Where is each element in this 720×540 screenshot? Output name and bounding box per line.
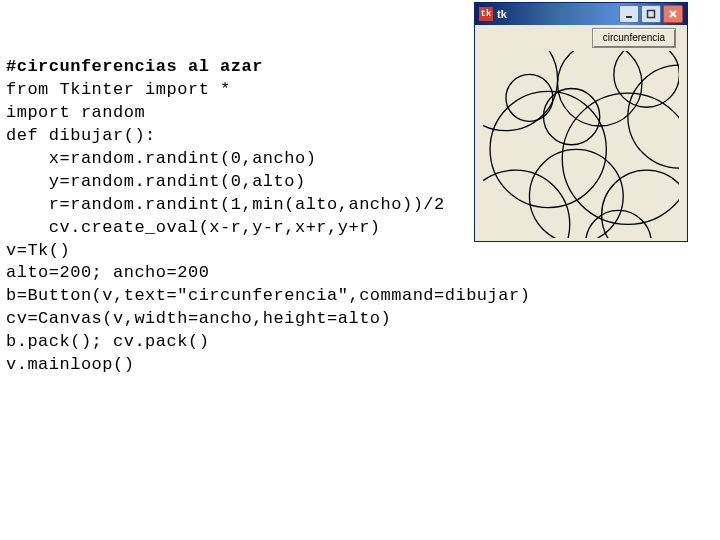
code-line: v=Tk(): [6, 241, 70, 260]
tk-client-area: circunferencia: [475, 25, 687, 241]
code-block: #circunferencias al azar from Tkinter im…: [6, 56, 530, 377]
svg-point-10: [529, 149, 623, 238]
svg-point-15: [506, 74, 553, 121]
tk-window: tk tk circunferencia: [474, 2, 688, 242]
code-line: cv=Canvas(v,width=ancho,height=alto): [6, 309, 391, 328]
slide-page: #circunferencias al azar from Tkinter im…: [0, 0, 720, 540]
minimize-button[interactable]: [619, 5, 639, 23]
svg-point-11: [483, 170, 570, 238]
window-titlebar: tk tk: [475, 3, 687, 25]
code-title: #circunferencias al azar: [6, 57, 263, 76]
tk-icon: tk: [479, 7, 493, 21]
svg-point-13: [586, 210, 652, 238]
minimize-icon: [624, 9, 634, 19]
close-icon: [668, 9, 678, 19]
code-line: from Tkinter import *: [6, 80, 231, 99]
code-line: import random: [6, 103, 145, 122]
code-line: def dibujar():: [6, 126, 156, 145]
maximize-button[interactable]: [641, 5, 661, 23]
code-line: r=random.randint(1,min(alto,ancho))/2: [6, 195, 445, 214]
circles-drawing: [483, 51, 679, 239]
svg-point-9: [562, 93, 679, 224]
maximize-icon: [646, 9, 656, 19]
circunferencia-button[interactable]: circunferencia: [592, 28, 676, 48]
code-line: cv.create_oval(x-r,y-r,x+r,y+r): [6, 218, 381, 237]
tk-canvas: [483, 51, 679, 239]
window-control-buttons: [619, 5, 683, 23]
code-line: b.pack(); cv.pack(): [6, 332, 209, 351]
code-line: v.mainloop(): [6, 355, 134, 374]
code-line: x=random.randint(0,ancho): [6, 149, 316, 168]
svg-point-12: [602, 170, 679, 238]
code-line: y=random.randint(0,alto): [6, 172, 306, 191]
code-line: alto=200; ancho=200: [6, 263, 209, 282]
svg-point-6: [614, 51, 679, 107]
svg-rect-1: [648, 11, 655, 18]
close-button[interactable]: [663, 5, 683, 23]
window-title: tk: [497, 7, 619, 22]
svg-point-7: [628, 65, 679, 168]
code-line: b=Button(v,text="circunferencia",command…: [6, 286, 530, 305]
